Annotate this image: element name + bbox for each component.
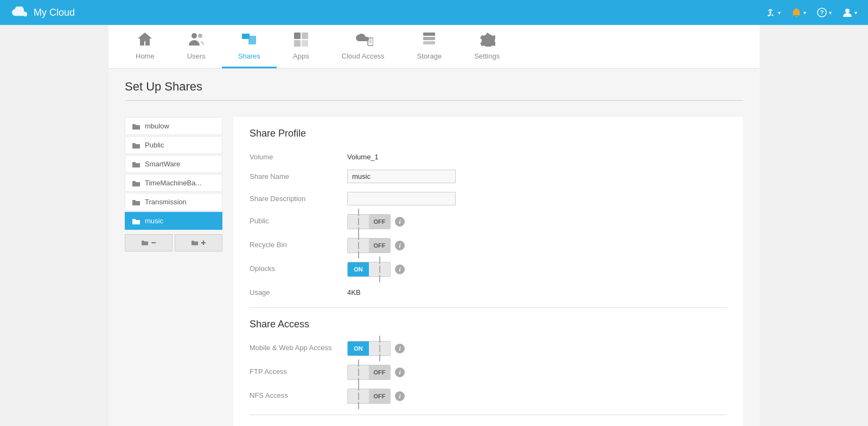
usage-label: Usage (250, 286, 336, 296)
recycle-toggle-container: OFF i (347, 238, 405, 253)
add-share-button[interactable]: + (175, 234, 222, 251)
folder-icon (132, 141, 141, 149)
notifications-menu[interactable]: ▾ (792, 8, 806, 17)
remove-icon: − (151, 238, 156, 248)
tab-apps[interactable]: Apps (277, 25, 326, 68)
nfs-row: NFS Access OFF i (250, 389, 727, 404)
public-toggle-container: OFF i (347, 214, 405, 229)
folder-icon (132, 122, 141, 130)
usage-row: Usage 4KB (250, 286, 727, 296)
top-bar-left: My Cloud (11, 7, 75, 18)
nfs-toggle[interactable]: OFF (347, 389, 391, 404)
share-item-public[interactable]: Public (125, 136, 222, 154)
recycle-info-icon[interactable]: i (395, 241, 405, 250)
section-divider (250, 307, 727, 308)
tab-cloud-access[interactable]: Cloud Access (326, 25, 401, 68)
help-icon: ? (817, 8, 827, 17)
share-desc-label: Share Description (250, 192, 336, 203)
mobile-web-info-icon[interactable]: i (395, 344, 405, 353)
top-bar-right: ▾ ▾ ? ▾ ▾ (765, 8, 857, 17)
ftp-toggle-right: OFF (369, 365, 390, 379)
mobile-web-toggle-right (369, 341, 390, 356)
tab-users[interactable]: Users (171, 25, 222, 68)
oplocks-toggle-right (369, 262, 390, 276)
svg-rect-15 (294, 40, 301, 47)
share-name-row: Share Name (250, 170, 727, 183)
tab-home-label: Home (136, 52, 155, 60)
ftp-toggle[interactable]: OFF (347, 365, 391, 380)
oplocks-label: Oplocks (250, 262, 336, 273)
recycle-toggle[interactable]: OFF (347, 238, 391, 253)
share-name-input[interactable] (347, 170, 456, 183)
oplocks-row: Oplocks ON i (250, 262, 727, 277)
public-toggle-right: OFF (369, 215, 390, 229)
share-desc-row: Share Description (250, 192, 727, 205)
share-item-timemachine[interactable]: TimeMachineBa... (125, 174, 222, 192)
tab-home[interactable]: Home (119, 25, 171, 68)
help-menu[interactable]: ? ▾ (817, 8, 832, 17)
content-area: mbulow Public SmartWare TimeMachineBa... (108, 106, 760, 426)
nfs-toggle-left (348, 389, 369, 403)
bell-icon (792, 8, 801, 17)
share-item-label: mbulow (145, 122, 169, 130)
folder-icon (132, 179, 141, 187)
tab-users-label: Users (187, 52, 206, 60)
recycle-toggle-left (348, 238, 369, 253)
ftp-label: FTP Access (250, 365, 336, 376)
shares-sidebar: mbulow Public SmartWare TimeMachineBa... (125, 117, 222, 426)
volume-value: Volume_1 (347, 150, 379, 161)
tab-settings-label: Settings (474, 52, 500, 60)
user-menu[interactable]: ▾ (843, 8, 857, 17)
nfs-info-icon[interactable]: i (395, 391, 405, 401)
svg-point-8 (845, 9, 850, 13)
public-label: Public (250, 214, 336, 225)
oplocks-toggle-on: ON (348, 262, 369, 276)
tab-navigation: Home Users Shares (108, 25, 760, 69)
recycle-toggle-right: OFF (369, 238, 390, 253)
share-item-smartware[interactable]: SmartWare (125, 155, 222, 173)
share-item-label: TimeMachineBa... (145, 179, 201, 187)
svg-rect-11 (242, 34, 250, 39)
public-info-icon[interactable]: i (395, 217, 405, 227)
folder-plus-icon (191, 240, 199, 246)
bottom-divider (250, 415, 727, 415)
tab-cloud-access-label: Cloud Access (342, 52, 385, 60)
svg-rect-18 (369, 39, 372, 43)
add-icon: + (201, 238, 206, 248)
nfs-label: NFS Access (250, 389, 336, 399)
mobile-web-toggle[interactable]: ON (347, 341, 391, 356)
svg-rect-19 (423, 33, 435, 36)
public-toggle[interactable]: OFF (347, 214, 391, 229)
user-icon (843, 8, 852, 17)
tab-storage[interactable]: Storage (401, 25, 458, 68)
share-item-mbulow[interactable]: mbulow (125, 117, 222, 135)
tab-shares[interactable]: Shares (222, 25, 277, 68)
cloud-logo-icon (11, 7, 28, 18)
usb-caret: ▾ (778, 10, 781, 16)
tab-settings[interactable]: Settings (458, 25, 516, 68)
cloud-access-icon (353, 31, 373, 49)
usb-icon (765, 8, 776, 17)
share-desc-input[interactable] (347, 192, 456, 205)
recycle-row: Recycle Bin OFF i (250, 238, 727, 253)
oplocks-toggle-container: ON i (347, 262, 405, 277)
app-title: My Cloud (34, 7, 75, 18)
tab-storage-label: Storage (417, 52, 442, 60)
mobile-web-toggle-container: ON i (347, 341, 405, 356)
share-item-music[interactable]: music (125, 212, 222, 230)
svg-rect-16 (302, 40, 308, 47)
usb-menu[interactable]: ▾ (765, 8, 781, 17)
oplocks-info-icon[interactable]: i (395, 264, 405, 274)
remove-share-button[interactable]: − (125, 234, 173, 251)
svg-rect-21 (423, 41, 435, 44)
shares-icon (241, 31, 257, 49)
main-panel: Share Profile Volume Volume_1 Share Name… (233, 117, 743, 426)
folder-icon (132, 160, 141, 168)
share-item-transmission[interactable]: Transmission (125, 193, 222, 211)
ftp-info-icon[interactable]: i (395, 367, 405, 377)
top-bar: My Cloud ▾ ▾ ? ▾ (0, 0, 868, 25)
svg-point-9 (192, 33, 197, 38)
share-item-label: Transmission (145, 198, 187, 206)
oplocks-toggle[interactable]: ON (347, 262, 391, 277)
ftp-toggle-container: OFF i (347, 365, 405, 380)
